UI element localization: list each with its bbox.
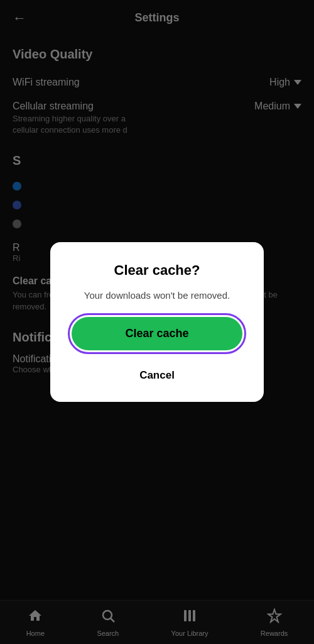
clear-cache-button-wrapper: Clear cache [68, 313, 246, 354]
clear-cache-modal: Clear cache? Your downloads won't be rem… [50, 242, 264, 402]
clear-cache-confirm-button[interactable]: Clear cache [72, 317, 242, 350]
modal-overlay: Clear cache? Your downloads won't be rem… [0, 0, 314, 644]
modal-title: Clear cache? [114, 262, 200, 279]
cancel-button[interactable]: Cancel [139, 364, 175, 387]
modal-desc: Your downloads won't be removed. [84, 289, 230, 303]
